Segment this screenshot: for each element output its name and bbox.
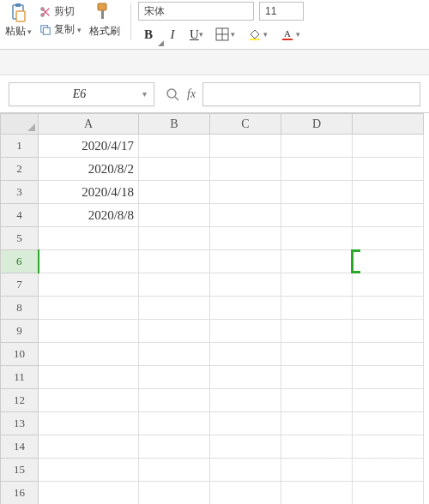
cell[interactable] (210, 250, 281, 273)
cell[interactable] (281, 181, 353, 204)
cell[interactable] (281, 158, 353, 181)
cell[interactable] (210, 320, 281, 343)
italic-button[interactable]: I (162, 24, 183, 45)
cell[interactable] (139, 297, 210, 320)
cell[interactable] (39, 459, 139, 482)
cell[interactable] (139, 366, 210, 389)
cell[interactable] (39, 320, 139, 343)
row-header[interactable]: 3 (1, 181, 39, 204)
borders-button[interactable]: ▾ (210, 24, 239, 45)
cell[interactable] (139, 320, 210, 343)
cell[interactable] (353, 204, 424, 227)
cell[interactable] (353, 482, 424, 505)
cell[interactable] (39, 227, 139, 250)
cell[interactable] (353, 366, 424, 389)
cell[interactable] (353, 227, 424, 250)
name-box-input[interactable] (16, 87, 142, 101)
cell[interactable] (139, 459, 210, 482)
cell[interactable] (281, 459, 353, 482)
cell[interactable]: 2020/8/2 (39, 158, 139, 181)
cell[interactable] (39, 412, 139, 435)
cell[interactable] (210, 181, 281, 204)
cell[interactable] (139, 273, 210, 297)
column-header[interactable]: C (210, 114, 281, 135)
cell[interactable] (39, 297, 139, 320)
dialog-launcher[interactable]: ◢ (158, 39, 164, 47)
cell[interactable] (39, 343, 139, 366)
select-all-corner[interactable] (1, 114, 39, 135)
cell[interactable] (353, 412, 424, 435)
formula-input[interactable] (202, 82, 420, 106)
cell[interactable] (210, 366, 281, 389)
cell[interactable] (210, 389, 281, 412)
cell[interactable] (281, 227, 353, 250)
row-header[interactable]: 4 (1, 204, 39, 227)
cell[interactable] (139, 135, 210, 158)
cell[interactable] (139, 389, 210, 412)
cell[interactable] (281, 435, 353, 459)
row-header[interactable]: 11 (1, 366, 39, 389)
cell[interactable] (139, 227, 210, 250)
cell[interactable] (281, 412, 353, 435)
cell[interactable] (39, 482, 139, 505)
row-header[interactable]: 5 (1, 227, 39, 250)
row-header[interactable]: 9 (1, 320, 39, 343)
cell[interactable] (281, 320, 353, 343)
cell[interactable] (139, 250, 210, 273)
cell[interactable] (210, 135, 281, 158)
row-header[interactable]: 8 (1, 297, 39, 320)
cell[interactable] (210, 227, 281, 250)
underline-button[interactable]: U▾ (186, 24, 207, 45)
cell[interactable] (281, 135, 353, 158)
row-header[interactable]: 13 (1, 412, 39, 435)
font-size-combo[interactable]: 11 (259, 2, 304, 21)
cell[interactable] (39, 273, 139, 297)
column-header[interactable]: D (281, 114, 353, 135)
cell[interactable] (210, 412, 281, 435)
cut-button[interactable]: 剪切 (37, 3, 84, 20)
cell[interactable] (210, 297, 281, 320)
zoom-icon[interactable] (165, 87, 180, 102)
cell[interactable] (281, 389, 353, 412)
cell[interactable]: 2020/4/18 (39, 181, 139, 204)
row-header[interactable]: 10 (1, 343, 39, 366)
cell[interactable] (139, 343, 210, 366)
column-header[interactable]: B (139, 114, 210, 135)
bold-button[interactable]: B (138, 24, 159, 45)
row-header[interactable]: 6 (1, 250, 39, 273)
cell[interactable] (139, 181, 210, 204)
cell[interactable] (139, 435, 210, 459)
cell[interactable]: 2020/4/17 (39, 135, 139, 158)
cell[interactable] (353, 273, 424, 297)
cell[interactable] (139, 482, 210, 505)
cell[interactable] (281, 273, 353, 297)
cell[interactable] (353, 320, 424, 343)
name-box[interactable]: ▾ (9, 82, 154, 106)
fx-label[interactable]: fx (187, 87, 196, 101)
cell[interactable] (210, 158, 281, 181)
copy-button[interactable]: 复制 ▾ (37, 21, 84, 38)
cell[interactable] (353, 389, 424, 412)
cell[interactable] (353, 297, 424, 320)
row-header[interactable]: 7 (1, 273, 39, 297)
row-header[interactable]: 1 (1, 135, 39, 158)
cell[interactable] (281, 482, 353, 505)
cell[interactable] (39, 366, 139, 389)
cell[interactable] (281, 366, 353, 389)
row-header[interactable]: 15 (1, 459, 39, 482)
cell[interactable] (139, 204, 210, 227)
cell[interactable]: 2020/8/8 (39, 204, 139, 227)
cell[interactable] (353, 435, 424, 459)
cell[interactable] (210, 343, 281, 366)
font-name-combo[interactable]: 宋体 (138, 2, 254, 21)
fill-color-button[interactable]: ▾ (243, 24, 272, 45)
cell[interactable] (281, 204, 353, 227)
cell[interactable] (281, 297, 353, 320)
cell[interactable] (353, 250, 424, 273)
cell[interactable] (210, 204, 281, 227)
row-header[interactable]: 2 (1, 158, 39, 181)
format-painter-button[interactable]: 格式刷 (86, 2, 124, 39)
cell[interactable] (353, 459, 424, 482)
cell[interactable] (353, 181, 424, 204)
cell[interactable] (39, 250, 139, 273)
